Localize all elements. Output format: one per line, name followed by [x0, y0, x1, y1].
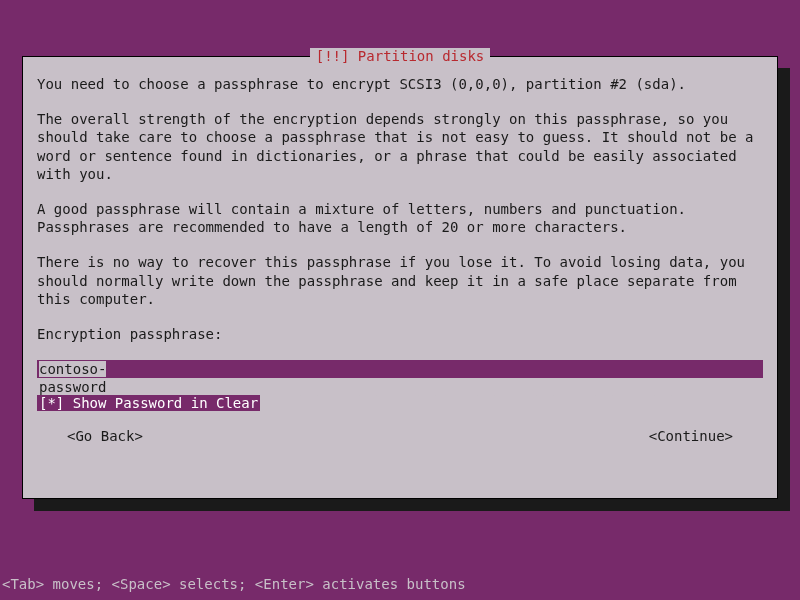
dialog-title-bar: [!!] Partition disks [23, 48, 777, 64]
partition-dialog: [!!] Partition disks You need to choose … [22, 56, 778, 499]
checkbox-label: Show Password in Clear [64, 395, 258, 411]
passphrase-input[interactable]: contoso-password________________________… [37, 360, 763, 378]
go-back-button[interactable]: <Go Back> [67, 428, 143, 444]
paragraph-2: The overall strength of the encryption d… [37, 110, 763, 183]
paragraph-3: A good passphrase will contain a mixture… [37, 200, 763, 236]
paragraph-4: There is no way to recover this passphra… [37, 253, 763, 308]
checkbox-marker: [*] [39, 395, 64, 411]
button-row: <Go Back> <Continue> [37, 428, 763, 444]
help-bar: <Tab> moves; <Space> selects; <Enter> ac… [0, 576, 468, 592]
show-password-checkbox[interactable]: [*] Show Password in Clear [37, 395, 763, 411]
dialog-title: [!!] Partition disks [310, 48, 491, 64]
input-underline: ________________________________________… [106, 379, 704, 395]
continue-button[interactable]: <Continue> [649, 428, 733, 444]
passphrase-label: Encryption passphrase: [37, 325, 763, 343]
paragraph-1: You need to choose a passphrase to encry… [37, 75, 763, 93]
passphrase-value: contoso-password [39, 361, 106, 395]
